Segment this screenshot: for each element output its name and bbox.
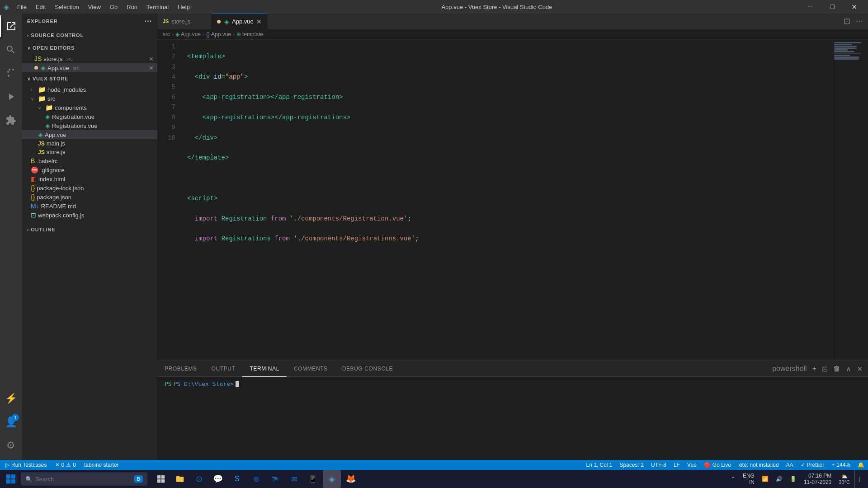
close-app-vue-button[interactable]: ✕ <box>149 65 154 71</box>
vscode-taskbar-button[interactable]: ◈ <box>323 470 341 488</box>
menu-file[interactable]: File <box>14 3 30 11</box>
close-button[interactable]: ✕ <box>844 0 864 14</box>
new-terminal-button[interactable]: + <box>811 364 818 374</box>
search-activity-icon[interactable] <box>0 39 22 61</box>
panel-tab-problems[interactable]: PROBLEMS <box>157 361 204 377</box>
tree-package-json[interactable]: {} package.json <box>22 192 157 202</box>
zoom-status[interactable]: + 144% <box>828 460 854 470</box>
tab-app-vue[interactable]: ◈ App.vue ✕ <box>212 14 268 29</box>
app-store-button[interactable]: 🛍 <box>266 470 284 488</box>
tab-store-js[interactable]: JS store.js ✕ <box>157 14 212 29</box>
tree-package-lock[interactable]: {} package-lock.json <box>22 183 157 192</box>
close-store-js-button[interactable]: ✕ <box>149 56 154 62</box>
breadcrumb-template[interactable]: ⊕template <box>236 31 263 38</box>
code-editor[interactable]: 1 2 3 4 5 6 7 8 9 10 <template> <div id=… <box>157 40 868 361</box>
edge-browser-button[interactable]: ⊙ <box>190 470 208 488</box>
tray-sound[interactable]: 🔊 <box>773 470 785 488</box>
tree-registrations-vue[interactable]: ◈ Registrations.vue <box>22 121 157 130</box>
menu-help[interactable]: Help <box>174 3 193 11</box>
mail-button[interactable]: ✉ <box>285 470 303 488</box>
app-skype-button[interactable]: S <box>228 470 246 488</box>
delete-terminal-button[interactable]: 🗑 <box>831 364 842 374</box>
run-testcases-status[interactable]: ▷ Run Testcases <box>2 460 51 470</box>
breadcrumb-app-vue[interactable]: ◈App.vue <box>175 31 201 38</box>
font-size-status[interactable]: AA <box>783 460 797 470</box>
menu-run[interactable]: Run <box>123 3 141 11</box>
language-status[interactable]: Vue <box>684 460 700 470</box>
cursor-position-status[interactable]: Ln 1, Col 1 <box>582 460 616 470</box>
tree-gitignore[interactable]: ⛔ .gitignore <box>22 165 157 174</box>
maximize-button[interactable]: □ <box>822 0 843 14</box>
minimize-button[interactable]: ─ <box>800 0 821 14</box>
tree-registration-vue[interactable]: ◈ Registration.vue <box>22 112 157 121</box>
tray-language[interactable]: ENG IN <box>740 470 757 488</box>
terminal-content[interactable]: PS PS D:\Vuex Store> <box>157 377 868 460</box>
panel-maximize-button[interactable]: ∧ <box>844 364 853 374</box>
kite-status[interactable]: kite: not installed <box>735 460 782 470</box>
errors-status[interactable]: ✕ 0 ⚠ 0 <box>52 460 80 470</box>
tree-readme[interactable]: M↓ README.md <box>22 202 157 211</box>
panel-close-button[interactable]: ✕ <box>855 364 864 374</box>
tree-main-js[interactable]: JS main.js <box>22 139 157 148</box>
menu-edit[interactable]: Edit <box>32 3 49 11</box>
breadcrumb-app-vue-2[interactable]: {}App.vue <box>206 31 231 38</box>
tree-components[interactable]: ∨ 📁 components <box>22 103 157 112</box>
spaces-status[interactable]: Spaces: 2 <box>616 460 647 470</box>
vuex-store-header[interactable]: ∨ VUEX STORE <box>22 72 157 85</box>
teams-button[interactable]: 💬 <box>209 470 227 488</box>
tree-webpack[interactable]: ⊡ webpack.config.js <box>22 211 157 220</box>
open-editors-header[interactable]: ∨ OPEN EDITORS <box>22 42 157 54</box>
phone-button[interactable]: 📱 <box>304 470 322 488</box>
tree-store-js[interactable]: JS store.js <box>22 148 157 156</box>
tree-src[interactable]: ∨ 📁 src <box>22 94 157 103</box>
explorer-more[interactable]: ··· <box>145 17 152 25</box>
show-desktop-button[interactable]: | <box>854 470 863 488</box>
breadcrumb-src[interactable]: src <box>163 31 170 38</box>
run-debug-activity-icon[interactable] <box>0 86 22 108</box>
encoding-status[interactable]: UTF-8 <box>647 460 670 470</box>
split-terminal-button[interactable]: ⊟ <box>820 364 830 374</box>
explorer-activity-icon[interactable] <box>0 15 22 37</box>
prettier-status[interactable]: ✓ Prettier <box>797 460 828 470</box>
open-editor-app-vue[interactable]: ◈ App.vue src ✕ <box>22 63 157 72</box>
tree-index-html[interactable]: ◧ index.html <box>22 174 157 183</box>
remote-activity-icon[interactable]: ⚡ <box>0 388 22 409</box>
extensions-activity-icon[interactable] <box>0 109 22 131</box>
start-button[interactable] <box>2 470 20 488</box>
tray-datetime[interactable]: 07:16 PM 11-07-2023 <box>801 470 834 488</box>
settings-activity-icon[interactable]: ⚙ <box>0 435 22 456</box>
account-activity-icon[interactable]: 👤1 <box>0 411 22 433</box>
split-editor-button[interactable]: ⊡ <box>842 15 852 27</box>
menu-terminal[interactable]: Terminal <box>143 3 172 11</box>
source-control-header[interactable]: › SOURCE CONTROL <box>22 29 157 42</box>
app-edge2-button[interactable]: ⊛ <box>247 470 265 488</box>
tray-network[interactable]: 📶 <box>759 470 771 488</box>
tree-node-modules[interactable]: › 📁 node_modules <box>22 85 157 94</box>
file-explorer-button[interactable] <box>171 470 189 488</box>
tree-babelrc[interactable]: B .babelrc <box>22 156 157 165</box>
taskbar-search-input[interactable] <box>35 476 126 483</box>
go-live-status[interactable]: 🔴 Go Live <box>700 460 735 470</box>
tray-chevron[interactable]: ⌃ <box>728 470 738 488</box>
menu-selection[interactable]: Selection <box>51 3 82 11</box>
open-editor-store-js[interactable]: JS store.js src ✕ <box>22 54 157 63</box>
tray-weather[interactable]: ⛅ 30°C <box>836 470 853 488</box>
taskbar-search-box[interactable]: 🔍 B <box>21 472 147 486</box>
menu-view[interactable]: View <box>85 3 104 11</box>
panel-tab-debug[interactable]: DEBUG CONSOLE <box>335 361 401 377</box>
task-view-button[interactable] <box>152 470 170 488</box>
tabnine-status[interactable]: tabnine starter <box>80 460 123 470</box>
panel-tab-output[interactable]: OUTPUT <box>204 361 243 377</box>
tree-app-vue[interactable]: ◈ App.vue <box>22 130 157 139</box>
panel-tab-comments[interactable]: COMMENTS <box>287 361 335 377</box>
notifications-status[interactable]: 🔔 <box>854 460 868 470</box>
outline-header[interactable]: › OUTLINE <box>22 223 157 236</box>
tray-battery[interactable]: 🔋 <box>787 470 799 488</box>
firefox-button[interactable]: 🦊 <box>342 470 360 488</box>
eol-status[interactable]: LF <box>670 460 684 470</box>
menu-go[interactable]: Go <box>106 3 121 11</box>
close-app-vue-tab[interactable]: ✕ <box>256 18 262 25</box>
source-control-activity-icon[interactable] <box>0 62 22 84</box>
more-actions-button[interactable]: ··· <box>854 15 864 27</box>
panel-tab-terminal[interactable]: TERMINAL <box>242 361 286 377</box>
